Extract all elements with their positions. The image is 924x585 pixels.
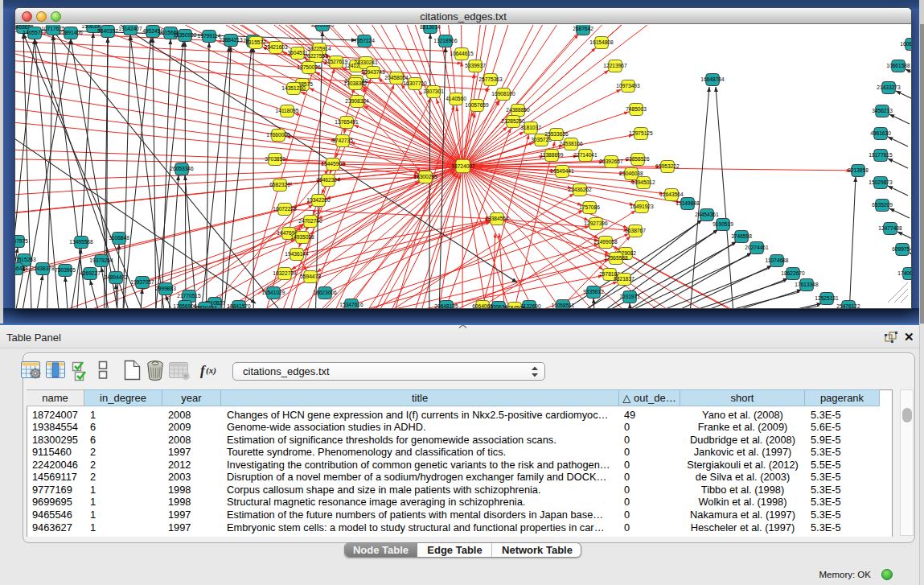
svg-text:13945012: 13945012 (631, 179, 655, 185)
svg-text:12213967: 12213967 (603, 63, 627, 68)
svg-text:23436262: 23436262 (568, 187, 592, 192)
svg-text:11350932: 11350932 (174, 32, 197, 38)
svg-text:17660000: 17660000 (266, 132, 290, 138)
svg-text:20943743: 20943743 (361, 69, 385, 75)
svg-text:25476122: 25476122 (836, 303, 860, 308)
svg-text:16908100: 16908100 (491, 91, 515, 97)
svg-text:9190519: 9190519 (713, 221, 733, 227)
svg-text:19799114: 19799114 (198, 33, 221, 39)
svg-text:16307710: 16307710 (403, 80, 427, 86)
svg-text:19379254: 19379254 (89, 257, 113, 263)
svg-text:24894472: 24894472 (104, 274, 128, 280)
svg-text:7357224: 7357224 (354, 38, 375, 43)
svg-text:13038362: 13038362 (343, 80, 368, 86)
svg-text:10342260: 10342260 (306, 197, 331, 203)
svg-text:5840397: 5840397 (97, 28, 118, 34)
svg-text:20227559: 20227559 (304, 53, 328, 59)
svg-text:18724007: 18724007 (451, 163, 475, 169)
svg-text:3035728: 3035728 (531, 137, 552, 142)
svg-text:2315577: 2315577 (245, 39, 266, 45)
svg-text:17613348: 17613348 (795, 282, 819, 287)
svg-text:12750036: 12750036 (297, 64, 321, 70)
svg-text:15149848: 15149848 (676, 200, 700, 206)
svg-text:6638767: 6638767 (625, 228, 646, 233)
svg-text:3307301: 3307301 (423, 89, 444, 94)
svg-text:4140560: 4140560 (446, 96, 466, 101)
svg-text:19142407: 19142407 (118, 26, 142, 31)
svg-text:21433273: 21433273 (877, 84, 901, 90)
svg-text:13765491: 13765491 (335, 119, 359, 125)
svg-text:19462304: 19462304 (316, 177, 340, 183)
svg-text:18841570: 18841570 (227, 303, 251, 308)
svg-text:18177615: 18177615 (869, 152, 893, 158)
svg-text:9335812: 9335812 (583, 289, 604, 295)
svg-text:23285250: 23285250 (501, 118, 525, 124)
svg-text:23858526: 23858526 (626, 156, 650, 162)
svg-text:15029873: 15029873 (869, 179, 893, 185)
svg-text:23908384: 23908384 (345, 98, 369, 104)
svg-text:3181037: 3181037 (520, 125, 541, 130)
svg-text:21499058: 21499058 (593, 239, 618, 245)
svg-text:21770515: 21770515 (177, 293, 201, 299)
svg-text:10661588: 10661588 (886, 63, 910, 68)
svg-text:2999883: 2999883 (155, 286, 176, 291)
svg-text:16154808: 16154808 (589, 39, 614, 45)
svg-text:(x): (x) (206, 365, 216, 376)
svg-text:23891406: 23891406 (59, 30, 83, 35)
svg-text:10322734: 10322734 (273, 270, 297, 276)
svg-text:10973493: 10973493 (616, 83, 640, 89)
svg-text:16623006: 16623006 (313, 290, 337, 295)
svg-text:11074688: 11074688 (766, 257, 789, 263)
svg-text:20648195: 20648195 (434, 303, 458, 308)
svg-text:6535209: 6535209 (872, 202, 893, 208)
svg-text:18622670: 18622670 (781, 270, 805, 276)
svg-text:22438378: 22438378 (31, 266, 55, 271)
svg-text:7031971: 7031971 (619, 294, 640, 299)
svg-text:20274461: 20274461 (745, 245, 769, 250)
svg-text:3106848: 3106848 (109, 235, 129, 241)
svg-text:23830434: 23830434 (193, 305, 217, 308)
svg-text:16060376: 16060376 (900, 41, 911, 47)
svg-text:8742735: 8742735 (332, 138, 353, 143)
svg-text:3784504: 3784504 (504, 305, 525, 308)
svg-text:12525131: 12525131 (815, 295, 839, 301)
svg-text:20515263: 20515263 (15, 257, 36, 262)
svg-text:20166438: 20166438 (15, 266, 28, 271)
svg-text:8213958: 8213958 (848, 167, 869, 173)
svg-text:19384554: 19384554 (485, 216, 509, 221)
svg-text:3703859: 3703859 (265, 156, 285, 162)
svg-text:15953222: 15953222 (655, 163, 680, 169)
svg-text:24388850: 24388850 (506, 107, 530, 113)
svg-text:6582326: 6582326 (269, 182, 290, 187)
svg-text:20458054: 20458054 (384, 75, 409, 80)
svg-text:24702740: 24702740 (298, 218, 322, 224)
svg-text:11388699: 11388699 (540, 152, 564, 158)
svg-text:12643564: 12643564 (659, 192, 684, 197)
svg-text:25775363: 25775363 (478, 76, 503, 82)
svg-text:23884213: 23884213 (219, 37, 243, 43)
svg-text:24454361: 24454361 (695, 212, 719, 217)
svg-text:8321837: 8321837 (614, 276, 634, 282)
svg-text:3746598: 3746598 (731, 233, 752, 239)
svg-text:14935038: 14935038 (290, 234, 314, 240)
svg-text:15445909: 15445909 (321, 161, 345, 167)
svg-text:14351230: 14351230 (281, 85, 306, 91)
svg-text:25533636: 25533636 (544, 131, 569, 137)
svg-text:1757086: 1757086 (579, 204, 600, 210)
svg-text:14118095: 14118095 (276, 108, 299, 113)
svg-text:18300295: 18300295 (413, 174, 437, 179)
svg-text:13218906: 13218906 (433, 38, 458, 43)
svg-text:12477488: 12477488 (878, 225, 902, 231)
svg-text:7485003: 7485003 (626, 106, 647, 112)
svg-text:22714041: 22714041 (573, 152, 598, 158)
svg-text:7303905: 7303905 (55, 267, 76, 273)
svg-text:15347616: 15347616 (339, 302, 363, 307)
svg-text:4457975: 4457975 (15, 238, 28, 244)
svg-text:6064065: 6064065 (472, 303, 493, 308)
svg-text:4269227: 4269227 (80, 270, 101, 276)
svg-text:2687642: 2687642 (573, 26, 593, 31)
svg-text:24538166: 24538166 (559, 141, 583, 146)
svg-text:25046038: 25046038 (619, 171, 643, 176)
svg-text:20392657: 20392657 (599, 159, 623, 164)
svg-text:11541029: 11541029 (262, 290, 285, 295)
